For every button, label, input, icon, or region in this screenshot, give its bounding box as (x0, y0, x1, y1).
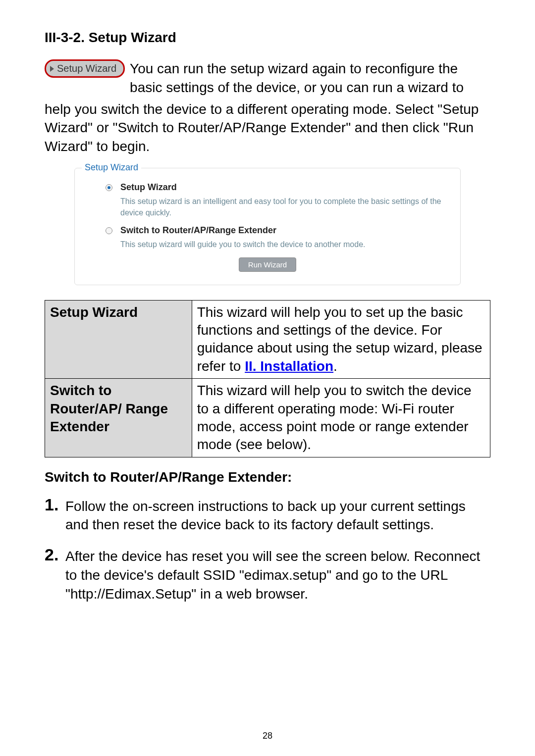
intro-text-line1: You can run the setup wizard again to re… (130, 59, 490, 97)
installation-link[interactable]: II. Installation (245, 358, 333, 374)
option1-title: Setup Wizard (120, 182, 177, 193)
radio-unselected-icon[interactable] (106, 227, 112, 234)
step-text: After the device has reset you will see … (65, 545, 490, 603)
table-cell-label: Setup Wizard (45, 300, 192, 379)
option-switch-mode[interactable]: Switch to Router/AP/Range Extender (106, 225, 449, 236)
switch-subheading: Switch to Router/AP/Range Extender: (45, 469, 490, 485)
option2-desc: This setup wizard will guide you to swit… (120, 239, 449, 250)
table-cell-text: This wizard will help you to set up the … (192, 300, 490, 379)
step-2: 2. After the device has reset you will s… (45, 545, 490, 603)
run-wizard-button[interactable]: Run Wizard (239, 257, 296, 272)
option2-title: Switch to Router/AP/Range Extender (120, 225, 276, 236)
step-number: 1. (45, 495, 65, 514)
step-number: 2. (45, 545, 65, 564)
intro-block: Setup Wizard You can run the setup wizar… (45, 59, 490, 156)
page-number: 28 (0, 731, 535, 741)
step-text: Follow the on-screen instructions to bac… (65, 495, 490, 535)
radio-selected-icon[interactable] (106, 184, 112, 191)
row1-text-b: . (333, 358, 337, 374)
step-1: 1. Follow the on-screen instructions to … (45, 495, 490, 535)
option1-desc: This setup wizard is an intelligent and … (120, 196, 449, 218)
caret-right-icon (50, 66, 54, 72)
table-row: Setup Wizard This wizard will help you t… (45, 300, 490, 379)
description-table: Setup Wizard This wizard will help you t… (45, 300, 490, 457)
badge-label: Setup Wizard (57, 63, 116, 74)
table-row: Switch to Router/AP/ Range Extender This… (45, 379, 490, 457)
option-setup-wizard[interactable]: Setup Wizard (106, 182, 449, 193)
setup-wizard-badge: Setup Wizard (45, 59, 125, 78)
table-cell-text: This wizard will help you to switch the … (192, 379, 490, 457)
section-heading: III-3-2. Setup Wizard (45, 30, 490, 46)
fieldset-legend: Setup Wizard (82, 162, 141, 173)
intro-text-rest: help you switch the device to a differen… (45, 100, 490, 156)
table-cell-label: Switch to Router/AP/ Range Extender (45, 379, 192, 457)
setup-wizard-fieldset: Setup Wizard Setup Wizard This setup wiz… (74, 168, 461, 285)
row1-text-a: This wizard will help you to set up the … (197, 304, 482, 374)
